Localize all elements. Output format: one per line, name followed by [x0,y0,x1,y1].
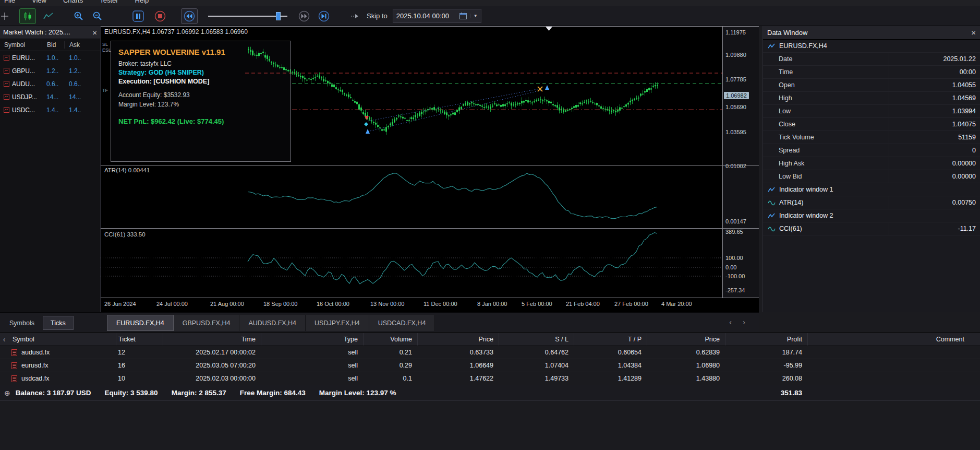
data-window-titlebar: Data Window × [763,26,980,40]
market-watch-row[interactable]: USDC... 1.4.. 1.4.. [0,103,100,116]
free-margin-value: Free Margin: 684.43 [240,389,306,397]
plus-circle-icon: ⊕ [4,389,10,397]
time-axis-label: 5 Feb 00:00 [522,301,552,307]
margin-value: Margin: 2 855.37 [172,389,226,397]
menu-item-help[interactable]: Help [135,0,149,6]
column-profit[interactable]: Profit [725,333,807,346]
column-type[interactable]: Type [261,333,363,346]
cci-indicator-label: CCI(61) 333.50 [104,231,146,238]
close-icon[interactable]: × [971,29,976,37]
crosshair-icon [1,12,9,20]
balance-value: Balance: 3 187.97 USD [16,389,91,397]
data-window-panel: Data Window × EURUSD.FX,H4 Date2025.01.2… [763,26,980,312]
market-watch-row[interactable]: EURU... 1.0.. 1.0.. [0,51,100,64]
menu-item-view[interactable]: View [32,0,46,6]
tabs-scroll-left-icon[interactable]: ‹ [729,317,732,326]
margin-level-value: Margin Level: 123.97 % [319,389,396,397]
slider-thumb[interactable] [276,12,281,20]
time-axis-label: 18 Sep 00:00 [263,301,297,307]
chart-tab-eurusd[interactable]: EURUSD.FX,H4 [107,315,174,331]
chart-tab-usdcad[interactable]: USDCAD.FX,H4 [369,315,435,331]
chart-area[interactable]: SAPPER WOLVERINE v11.91 Broker: tastyfx … [101,26,759,312]
price-scale[interactable]: 1.11975 1.09880 1.07785 1.05690 1.03595 … [723,26,759,298]
indicator-icon [767,226,776,232]
zoom-in-button[interactable] [70,8,87,24]
zoom-out-button[interactable] [89,8,106,24]
tab-symbols[interactable]: Symbols [2,316,42,330]
data-window-row: Low1.03994 [763,105,980,118]
speed-slider[interactable] [208,11,287,21]
chart-margin-label: SL [102,42,108,47]
candlestick-chart-button[interactable] [19,8,36,24]
column-time[interactable]: Time [163,333,261,346]
chart-tab-audusd[interactable]: AUDUSD.FX,H4 [239,315,306,331]
menu-item-charts[interactable]: Charts [63,0,83,6]
toolbar: Skip to 2025.10.04 00:00 ▼ [0,6,980,26]
calendar-icon [459,13,467,19]
skip-to-label: Skip to [367,12,388,20]
line-chart-icon [767,43,776,49]
close-icon[interactable]: × [92,29,97,37]
tab-strip: Symbols Ticks EURUSD.FX,H4 GBPUSD.FX,H4 … [0,312,759,333]
chart-tab-gbpusd[interactable]: GBPUSD.FX,H4 [174,315,240,331]
data-window-row: Low Bid0.00000 [763,170,980,183]
symbol-icon [4,68,9,74]
menu-bar: File View Charts Tester Help [0,0,980,6]
skip-to-date-field[interactable]: 2025.10.04 00:00 ▼ [393,9,481,23]
data-window-section: Indicator window 2 [763,209,980,222]
menu-item-tester[interactable]: Tester [100,0,118,6]
column-price-close[interactable]: Price [647,333,725,346]
market-watch-panel: Market Watch : 2025.... × Symbol Bid Ask… [0,26,101,312]
skip-to-end-icon [318,10,330,22]
column-price[interactable]: Price [417,333,499,346]
data-window-indicator-row: CCI(61) -11.17 [763,222,980,235]
chart-margin-label: ESL [102,48,111,53]
skip-to-end-button[interactable] [316,8,332,24]
column-ask[interactable]: Ask [64,41,87,49]
data-window-row: Open1.04055 [763,79,980,92]
line-chart-icon [43,12,54,20]
equity-value: Equity: 3 539.80 [105,389,158,397]
atr-indicator-label: ATR(14) 0.00441 [104,167,150,173]
scroll-left-icon[interactable]: ‹ [0,335,8,344]
account-status-bar: ⊕ Balance: 3 187.97 USD Equity: 3 539.80… [0,385,980,401]
market-watch-titlebar: Market Watch : 2025.... × [0,26,100,39]
crosshair-tool-button[interactable] [0,8,13,24]
column-symbol[interactable]: Symbol [8,333,116,346]
time-axis-label: 21 Aug 00:00 [210,301,244,307]
column-volume[interactable]: Volume [363,333,417,346]
rewind-icon [184,10,195,22]
chart-tab-usdjpy[interactable]: USDJPY.FX,H4 [306,315,369,331]
column-comment[interactable]: Comment [807,333,980,346]
column-bid[interactable]: Bid [42,41,64,49]
trade-row[interactable]: eurusd.fx 16 2025.03.05 07:00:20 sell 0.… [0,359,980,372]
zoom-in-icon [74,11,84,21]
skip-to-date-button[interactable] [347,8,364,24]
column-tp[interactable]: T / P [574,333,647,346]
skip-to-date-value: 2025.10.04 00:00 [396,12,449,20]
dropdown-arrow-icon[interactable]: ▼ [470,14,478,18]
time-axis-label: 13 Nov 00:00 [370,301,404,307]
symbol-icon [4,107,9,113]
market-watch-row[interactable]: USDJP... 14... 14... [0,90,100,103]
tab-ticks[interactable]: Ticks [43,316,74,330]
rewind-button[interactable] [181,8,198,24]
column-sl[interactable]: S / L [499,333,574,346]
column-symbol[interactable]: Symbol [0,41,42,49]
trade-row[interactable]: audusd.fx 12 2025.02.17 00:00:02 sell 0.… [0,346,980,359]
indicator-icon [767,200,776,206]
fast-forward-button[interactable] [296,8,312,24]
pause-button[interactable] [130,8,147,24]
menu-item-file[interactable]: File [4,0,15,6]
candlestick-chart-canvas[interactable] [101,26,722,298]
stop-button[interactable] [152,8,168,24]
line-chart-button[interactable] [40,8,57,24]
market-watch-row[interactable]: GBPU... 1.2.. 1.2.. [0,64,100,77]
current-price-badge: 1.06982 [724,92,749,99]
column-ticket[interactable]: Ticket [116,333,163,346]
trade-order-icon [11,349,17,356]
trade-row[interactable]: usdcad.fx 10 2025.02.03 00:00:00 sell 0.… [0,372,980,385]
tabs-scroll-right-icon[interactable]: › [743,317,745,326]
time-axis-label: 8 Jan 00:00 [477,301,507,307]
market-watch-row[interactable]: AUDU... 0.6.. 0.6.. [0,77,100,90]
